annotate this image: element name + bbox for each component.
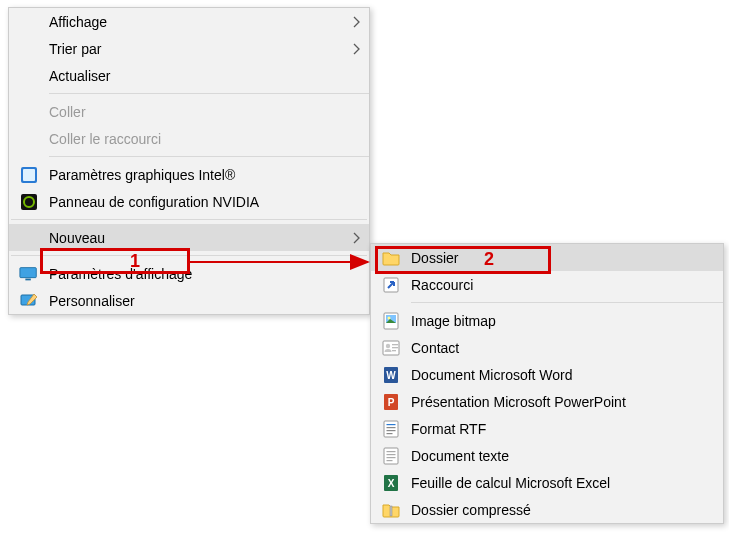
- menu-item-paste-shortcut: Coller le raccourci: [9, 125, 369, 152]
- word-icon: W: [381, 365, 401, 385]
- menu-item-sort[interactable]: Trier par: [9, 35, 369, 62]
- submenu-item-label: Feuille de calcul Microsoft Excel: [411, 475, 715, 491]
- menu-item-label: Coller le raccourci: [49, 131, 361, 147]
- zip-icon: [381, 500, 401, 520]
- submenu-item-label: Document Microsoft Word: [411, 367, 715, 383]
- menu-item-label: Nouveau: [49, 230, 352, 246]
- submenu-item-folder[interactable]: Dossier: [371, 244, 723, 271]
- svg-rect-14: [392, 347, 398, 348]
- chevron-right-icon: [352, 42, 361, 56]
- svg-rect-24: [387, 433, 393, 434]
- svg-point-12: [386, 343, 390, 347]
- submenu-item-label: Présentation Microsoft PowerPoint: [411, 394, 715, 410]
- svg-rect-29: [387, 460, 393, 461]
- submenu-item-excel[interactable]: X Feuille de calcul Microsoft Excel: [371, 469, 723, 496]
- svg-rect-5: [25, 278, 30, 280]
- svg-rect-27: [387, 454, 396, 455]
- menu-separator: [49, 156, 369, 157]
- menu-item-label: Panneau de configuration NVIDIA: [49, 194, 361, 210]
- shortcut-icon: [381, 275, 401, 295]
- svg-rect-28: [387, 457, 396, 458]
- svg-rect-32: [390, 506, 392, 516]
- menu-item-refresh[interactable]: Actualiser: [9, 62, 369, 89]
- new-submenu: Dossier Raccourci Image bitmap Contact W…: [370, 243, 724, 524]
- folder-icon: [381, 248, 401, 268]
- submenu-item-bitmap[interactable]: Image bitmap: [371, 307, 723, 334]
- menu-item-label: Paramètres graphiques Intel®: [49, 167, 361, 183]
- bitmap-icon: [381, 311, 401, 331]
- svg-rect-15: [392, 350, 396, 351]
- nvidia-icon: [19, 192, 39, 212]
- submenu-item-label: Dossier compressé: [411, 502, 715, 518]
- menu-item-new[interactable]: Nouveau: [9, 224, 369, 251]
- rtf-icon: [381, 419, 401, 439]
- submenu-item-word[interactable]: W Document Microsoft Word: [371, 361, 723, 388]
- menu-item-view[interactable]: Affichage: [9, 8, 369, 35]
- menu-item-label: Paramètres d'affichage: [49, 266, 361, 282]
- desktop-context-menu: Affichage Trier par Actualiser Coller Co…: [8, 7, 370, 315]
- svg-rect-22: [387, 427, 396, 428]
- submenu-item-label: Raccourci: [411, 277, 715, 293]
- submenu-item-label: Dossier: [411, 250, 715, 266]
- svg-text:W: W: [386, 370, 396, 381]
- menu-item-label: Actualiser: [49, 68, 361, 84]
- svg-rect-23: [387, 430, 396, 431]
- svg-rect-25: [384, 448, 398, 464]
- submenu-item-text[interactable]: Document texte: [371, 442, 723, 469]
- submenu-item-label: Format RTF: [411, 421, 715, 437]
- svg-rect-21: [387, 424, 396, 425]
- submenu-item-label: Image bitmap: [411, 313, 715, 329]
- chevron-right-icon: [352, 231, 361, 245]
- svg-text:P: P: [388, 397, 395, 408]
- submenu-item-label: Document texte: [411, 448, 715, 464]
- svg-rect-26: [387, 451, 396, 452]
- menu-item-label: Affichage: [49, 14, 352, 30]
- svg-rect-13: [392, 344, 398, 345]
- txt-icon: [381, 446, 401, 466]
- menu-item-label: Personnaliser: [49, 293, 361, 309]
- menu-item-paste: Coller: [9, 98, 369, 125]
- chevron-right-icon: [352, 15, 361, 29]
- menu-separator: [411, 302, 723, 303]
- submenu-item-label: Contact: [411, 340, 715, 356]
- menu-separator: [11, 219, 367, 220]
- ppt-icon: P: [381, 392, 401, 412]
- menu-item-label: Coller: [49, 104, 361, 120]
- svg-rect-4: [20, 267, 36, 277]
- submenu-item-rtf[interactable]: Format RTF: [371, 415, 723, 442]
- intel-icon: [19, 165, 39, 185]
- menu-separator: [49, 93, 369, 94]
- menu-item-nvidia-panel[interactable]: Panneau de configuration NVIDIA: [9, 188, 369, 215]
- contact-icon: [381, 338, 401, 358]
- submenu-item-powerpoint[interactable]: P Présentation Microsoft PowerPoint: [371, 388, 723, 415]
- excel-icon: X: [381, 473, 401, 493]
- svg-rect-1: [23, 169, 35, 181]
- submenu-item-contact[interactable]: Contact: [371, 334, 723, 361]
- menu-item-display-settings[interactable]: Paramètres d'affichage: [9, 260, 369, 287]
- svg-text:X: X: [388, 478, 395, 489]
- svg-rect-20: [384, 421, 398, 437]
- menu-item-label: Trier par: [49, 41, 352, 57]
- personalize-icon: [19, 291, 39, 311]
- submenu-item-shortcut[interactable]: Raccourci: [371, 271, 723, 298]
- menu-item-intel-graphics[interactable]: Paramètres graphiques Intel®: [9, 161, 369, 188]
- submenu-item-zip[interactable]: Dossier compressé: [371, 496, 723, 523]
- menu-item-personalize[interactable]: Personnaliser: [9, 287, 369, 314]
- display-icon: [19, 264, 39, 284]
- menu-separator: [11, 255, 367, 256]
